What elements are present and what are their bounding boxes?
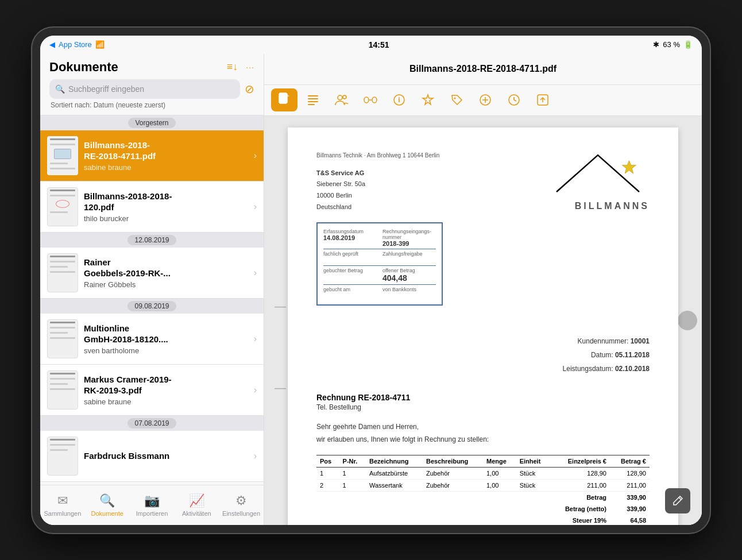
doc-item-3[interactable]: RainerGoebbels-2019-RK-... Rainer Göbbel… [40, 248, 264, 299]
pdf-page: Billmanns Technik · Am Brohlweg 1 10644 … [288, 128, 678, 525]
back-arrow-icon[interactable]: ◀ [49, 40, 55, 49]
toolbar-add-button[interactable] [472, 88, 498, 111]
totals-row-netto: Betrag (netto) 339,90 [316, 503, 650, 515]
more-button[interactable]: ··· [246, 63, 254, 72]
totals-label-netto: Betrag (netto) [551, 503, 610, 515]
chevron-icon-6: › [254, 451, 257, 461]
toolbar-info-button[interactable]: i [386, 88, 412, 111]
content-title: Billmanns-2018-RE-2018-4711.pdf [409, 64, 556, 74]
doc-preview[interactable]: — — Billmanns Technik · Am Brohlweg 1 10… [264, 116, 702, 525]
thumb-line [50, 144, 75, 145]
toolbar-clock-button[interactable] [501, 88, 527, 111]
col-betrag: Betrag € [610, 455, 650, 467]
col-bezeichnung: Bezeichnung [366, 455, 423, 467]
tab-aktivitaeten[interactable]: 📈 Aktivitäten [174, 490, 219, 520]
doc-owner-1: sabine braune [84, 163, 248, 172]
toolbar-highlight-button[interactable] [415, 88, 441, 111]
totals-label-steuer: Steuer 19% [551, 515, 610, 525]
thumb-line [50, 439, 75, 441]
svg-point-6 [338, 95, 342, 100]
toolbar-export-button[interactable] [530, 88, 556, 111]
thumb-line [50, 378, 75, 380]
tab-dokumente[interactable]: 🔍 Dokumente [85, 490, 130, 520]
col-menge: Menge [483, 455, 516, 467]
tab-bar: ✉ Sammlungen 🔍 Dokumente 📷 Importieren 📈… [40, 485, 264, 525]
stamp-cell-posted: gebucht am [323, 287, 377, 299]
stamp-row-1: Erfassungsdatum 14.08.2019 Rechnungseing… [323, 227, 436, 249]
invoice-body: wir erlauben uns, Ihnen wie folgt in Rec… [316, 435, 650, 443]
stamp-cell-invoice: Rechnungseingangs-nummer 2018-399 [382, 229, 436, 247]
pdf-header-section: Billmanns Technik · Am Brohlweg 1 10644 … [316, 150, 650, 306]
toolbar-tag-button[interactable] [443, 88, 470, 111]
table-header-row: Pos P-Nr. Bezeichnung Beschreibung Menge… [316, 455, 650, 467]
date-badge: 07.08.2019 [127, 418, 176, 428]
toolbar-users-button[interactable] [329, 88, 355, 111]
cell-beschreibung-1: Zubehör [423, 467, 483, 479]
doc-thumbnail-1 [47, 136, 78, 175]
status-left: ◀ App Store 📶 [49, 40, 105, 49]
thumb-line [50, 271, 75, 273]
kundennummer-row: Kundennummer: 10001 [563, 334, 650, 348]
stamp-cell-payment: Zahlungsfreigabe [382, 251, 436, 264]
datum-value: 05.11.2018 [615, 351, 650, 359]
svg-text:i: i [398, 96, 400, 104]
doc-owner-4: sven bartholome [84, 346, 248, 355]
tab-icon-aktivitaeten: 📈 [189, 493, 204, 508]
doc-meta: Kundennummer: 10001 Datum: 05.11.2018 Le… [563, 334, 650, 376]
svg-line-18 [514, 100, 516, 101]
logo-area: BILLMANNS [546, 150, 650, 211]
document-icon [278, 92, 291, 107]
date-badge: 12.08.2019 [127, 235, 176, 245]
doc-item-4[interactable]: MultionlineGmbH-2018-18120.... sven bart… [40, 314, 264, 365]
device-screen: ◀ App Store 📶 14:51 ✱ 63 % 🔋 Dokumente ≡… [40, 36, 702, 525]
edit-button[interactable] [665, 488, 690, 513]
wifi-icon: 📶 [95, 40, 105, 49]
doc-item-2[interactable]: Billmanns-2018-2018-120.pdf thilo buruck… [40, 181, 264, 233]
thumb-line [50, 383, 68, 385]
invoice-subtitle: Tel. Bestellung [316, 403, 650, 411]
export-icon [536, 94, 549, 106]
doc-item-6[interactable]: Farbdruck Bissmann › [40, 431, 264, 482]
kundennummer-label: Kundennummer: [578, 337, 629, 345]
sort-button[interactable]: ≡↓ [227, 61, 238, 73]
toolbar-link-button[interactable] [357, 88, 384, 111]
sidebar-title: Dokumente [49, 60, 118, 75]
doc-item-5[interactable]: Markus Cramer-2019-RK-2019-3.pdf sabine … [40, 365, 264, 416]
stamp-cell-checked: fachlich geprüft [323, 251, 377, 264]
cell-pnr-1: 1 [339, 467, 366, 479]
tab-sammlungen[interactable]: ✉ Sammlungen [40, 490, 85, 520]
svg-point-12 [454, 98, 456, 99]
status-right: ✱ 63 % 🔋 [653, 40, 693, 49]
salutation: Sehr geehrte Damen und Herren, [316, 423, 650, 431]
doc-info-1: Billmanns-2018-RE-2018-4711.pdf sabine b… [84, 140, 248, 172]
status-time: 14:51 [369, 40, 389, 49]
cell-betrag-2: 211,00 [610, 479, 650, 491]
stamp-cell-booked: gebuchter Betrag [323, 268, 377, 283]
thumb-line [50, 195, 75, 196]
tab-importieren[interactable]: 📷 Importieren [130, 490, 175, 520]
cell-einzelpreis-1: 128,90 [551, 467, 610, 479]
stamp-row-2: fachlich geprüft Zahlungsfreigabe [323, 249, 436, 266]
doc-info-5: Markus Cramer-2019-RK-2019-3.pdf sabine … [84, 374, 248, 406]
list-icon [307, 94, 319, 106]
svg-rect-5 [308, 104, 315, 105]
highlight-icon [422, 94, 434, 106]
cell-pnr-2: 1 [339, 479, 366, 491]
totals-value-netto: 339,90 [610, 503, 650, 515]
sidebar-header: Dokumente ≡↓ ··· 🔍 Suchbegriff eingeben … [40, 54, 264, 115]
tab-label-aktivitaeten: Aktivitäten [182, 510, 211, 517]
add-circle-icon [479, 94, 492, 106]
toolbar-doc-button[interactable] [271, 88, 297, 111]
doc-item-1[interactable]: Billmanns-2018-RE-2018-4711.pdf sabine b… [40, 130, 264, 181]
doc-owner-2: thilo burucker [84, 214, 248, 223]
toolbar-list-button[interactable] [300, 88, 326, 111]
svg-rect-4 [308, 101, 318, 102]
filter-button[interactable]: ⊘ [245, 82, 254, 96]
search-box[interactable]: 🔍 Suchbegriff eingeben [49, 79, 240, 99]
link-icon [364, 96, 377, 104]
cell-einheit-1: Stück [516, 467, 551, 479]
tab-einstellungen[interactable]: ⚙ Einstellungen [219, 490, 264, 520]
tab-icon-dokumente: 🔍 [99, 493, 115, 508]
totals-row-steuer: Steuer 19% 64,58 [316, 515, 650, 525]
content-area: Billmanns-2018-RE-2018-4711.pdf [264, 54, 702, 525]
